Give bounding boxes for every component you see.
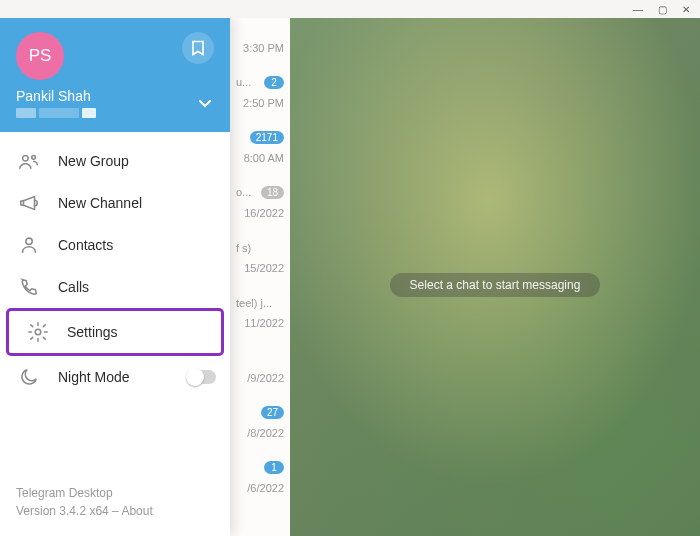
menu-label: New Group <box>58 153 216 169</box>
chat-row-partial[interactable]: 2:50 PM2171 <box>230 93 290 148</box>
menu-label: Settings <box>67 324 207 340</box>
menu-label: New Channel <box>58 195 216 211</box>
unread-badge: 2 <box>264 76 284 89</box>
window-close-button[interactable]: ✕ <box>680 4 692 15</box>
moon-icon <box>18 366 40 388</box>
svg-point-1 <box>32 156 36 160</box>
unread-badge: 2171 <box>250 131 284 144</box>
svg-point-0 <box>23 156 28 162</box>
drawer-header: PS Pankil Shah <box>0 18 230 132</box>
account-phone-redacted <box>16 108 96 118</box>
chat-row-partial[interactable]: 11/2022 <box>230 313 290 368</box>
drawer-menu: New Group New Channel Contacts Calls Set… <box>0 132 230 484</box>
unread-badge: 1 <box>264 461 284 474</box>
drawer-footer: Telegram Desktop Version 3.4.2 x64 – Abo… <box>0 484 230 536</box>
avatar[interactable]: PS <box>16 32 64 80</box>
window-maximize-button[interactable]: ▢ <box>656 4 668 15</box>
unread-badge: 18 <box>261 186 284 199</box>
account-name: Pankil Shah <box>16 88 96 104</box>
menu-item-settings[interactable]: Settings <box>6 308 224 356</box>
menu-item-new-channel[interactable]: New Channel <box>0 182 230 224</box>
megaphone-icon <box>18 192 40 214</box>
menu-item-calls[interactable]: Calls <box>0 266 230 308</box>
main-menu-drawer: PS Pankil Shah <box>0 18 230 536</box>
svg-point-2 <box>26 238 32 244</box>
menu-label: Night Mode <box>58 369 168 385</box>
bookmark-icon <box>191 40 205 56</box>
window-titlebar: — ▢ ✕ <box>0 0 700 18</box>
menu-item-new-group[interactable]: New Group <box>0 140 230 182</box>
chat-row-partial[interactable]: 15/2022teel) j... <box>230 258 290 313</box>
unread-badge: 27 <box>261 406 284 419</box>
group-icon <box>18 150 40 172</box>
menu-label: Calls <box>58 279 216 295</box>
night-mode-toggle[interactable] <box>186 370 216 384</box>
chat-row-partial[interactable]: /6/2022 <box>230 478 290 533</box>
menu-item-night-mode[interactable]: Night Mode <box>0 356 230 398</box>
account-switcher[interactable] <box>196 94 214 112</box>
gear-icon <box>27 321 49 343</box>
chat-row-partial[interactable]: /8/20221 <box>230 423 290 478</box>
chevron-down-icon <box>196 94 214 112</box>
svg-point-3 <box>35 329 41 335</box>
phone-icon <box>18 276 40 298</box>
app-name: Telegram Desktop <box>16 484 214 502</box>
chat-row-partial[interactable]: 16/2022f s) <box>230 203 290 258</box>
chat-row-partial[interactable]: 8:00 AMo...18 <box>230 148 290 203</box>
person-icon <box>18 234 40 256</box>
chat-row-partial[interactable]: /9/202227 <box>230 368 290 423</box>
app-version[interactable]: Version 3.4.2 x64 – About <box>16 504 153 518</box>
chat-list-partial: 3:30 PMu...22:50 PM21718:00 AMo...1816/2… <box>230 18 290 536</box>
chat-row-partial[interactable]: 3:30 PMu...2 <box>230 38 290 93</box>
window-minimize-button[interactable]: — <box>632 4 644 15</box>
menu-label: Contacts <box>58 237 216 253</box>
menu-item-contacts[interactable]: Contacts <box>0 224 230 266</box>
empty-chat-hint: Select a chat to start messaging <box>390 273 600 297</box>
saved-messages-button[interactable] <box>182 32 214 64</box>
